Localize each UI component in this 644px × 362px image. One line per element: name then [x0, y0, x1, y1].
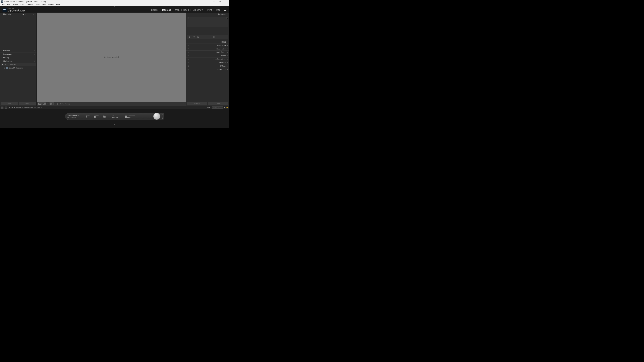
menu-edit[interactable]: Edit	[6, 3, 11, 6]
shadow-clipping-icon[interactable]: ▲	[188, 17, 189, 19]
panel-switch-icon[interactable]	[188, 65, 189, 67]
redeye-tool-icon[interactable]: ◉	[196, 35, 199, 38]
menu-tools[interactable]: Tools	[34, 3, 41, 6]
zoom-stepper-icon[interactable]: ÷	[34, 13, 35, 15]
tether-capture-bar[interactable]: Canon EOS 6D ÷ Studio Session Shutter 2"…	[65, 113, 164, 120]
panel-switch-icon[interactable]	[188, 45, 189, 46]
menu-view[interactable]: View	[41, 3, 47, 6]
panel-switch-icon[interactable]	[188, 48, 189, 49]
iso-value[interactable]: 100÷	[103, 116, 108, 118]
before-after-lr-button[interactable]	[42, 102, 46, 105]
menu-window[interactable]: Window	[47, 3, 55, 6]
mask-slider[interactable]	[214, 37, 227, 37]
histogram-header[interactable]: Histogram ▼	[186, 12, 229, 16]
module-map[interactable]: Map	[175, 8, 180, 11]
panel-switch-icon[interactable]	[188, 59, 189, 60]
develop-panel-basic[interactable]: Basic◀	[186, 40, 229, 44]
search-icon	[2, 64, 3, 65]
module-web[interactable]: Web	[216, 8, 220, 11]
tether-settings-icon[interactable]: ⚙	[162, 117, 163, 119]
tether-close-button[interactable]: ×	[162, 114, 163, 115]
tether-camera-name[interactable]: Canon EOS 6D ÷	[67, 114, 81, 117]
filter-collections-input[interactable]: Filter Collections	[1, 63, 36, 66]
crop-tool-icon[interactable]: ⊞	[188, 35, 191, 38]
svg-rect-3	[50, 103, 52, 104]
before-after-swap-button[interactable]	[50, 102, 54, 105]
tether-session-name: Studio Session	[67, 117, 81, 118]
canvas-toolbar: ▼ ▼ Soft Proofing ▼	[37, 102, 186, 106]
path-dropdown-icon[interactable]: ▼	[41, 107, 42, 108]
develop-settings-value[interactable]: None÷	[125, 116, 135, 118]
aperture-value[interactable]: 16÷	[94, 116, 99, 118]
highlight-clipping-icon[interactable]: ▲	[226, 17, 228, 19]
smart-collections-item[interactable]: ▶ Smart Collections	[0, 66, 36, 69]
chevron-left-icon: ◀	[227, 48, 228, 49]
filter-lock-icon[interactable]: 🔒	[226, 106, 228, 108]
menu-develop[interactable]: Develop	[11, 3, 19, 6]
filter-dropdown[interactable]: Filters Off	[212, 106, 223, 109]
menu-file[interactable]: File	[1, 3, 6, 6]
panel-switch-icon[interactable]	[188, 55, 189, 56]
window-minimize-button[interactable]: ─	[211, 0, 217, 3]
toolbar-expand-button[interactable]: ▼	[183, 103, 185, 105]
chevron-down-icon: ▼	[1, 50, 2, 51]
menu-help[interactable]: Help	[55, 3, 61, 6]
top-panel-toggle[interactable]: ▼	[0, 6, 229, 7]
add-preset-button[interactable]: +	[34, 49, 35, 52]
window-maximize-button[interactable]: ☐	[217, 0, 223, 3]
navigator-header[interactable]: ▼ Navigator FIT FILL 1:1 1:8 ÷	[0, 12, 36, 16]
develop-panel-calibration[interactable]: Calibration◀	[186, 68, 229, 71]
tether-shutter-button[interactable]	[153, 113, 160, 120]
menu-settings[interactable]: Settings	[26, 3, 34, 6]
develop-panel-lens-corrections[interactable]: Lens Corrections◀	[186, 57, 229, 61]
module-print[interactable]: Print	[207, 8, 212, 11]
panel-switch-icon[interactable]	[188, 52, 189, 53]
chevron-left-icon: ◀	[227, 65, 228, 67]
develop-panel-transform[interactable]: Transform◀	[186, 61, 229, 64]
spot-removal-icon[interactable]: ◯	[192, 35, 195, 38]
paste-button[interactable]: Paste	[19, 102, 36, 105]
develop-panel-effects[interactable]: Effects◀	[186, 64, 229, 68]
soft-proofing-checkbox[interactable]	[58, 103, 59, 105]
module-library[interactable]: Library	[151, 8, 158, 11]
snapshots-label: Snapshots	[3, 53, 12, 55]
develop-panel-tone-curve[interactable]: Tone Curve◀	[186, 44, 229, 47]
main-window-tab[interactable]: 1	[1, 106, 4, 109]
grid-view-icon[interactable]: ▦	[8, 106, 10, 109]
module-develop[interactable]: Develop	[162, 8, 171, 11]
adjustment-brush-icon[interactable]: ●	[209, 35, 212, 38]
panel-label: Basic	[222, 41, 226, 43]
add-snapshot-button[interactable]: +	[34, 53, 35, 55]
panel-label: Lens Corrections	[212, 58, 226, 60]
loupe-view-button[interactable]	[38, 102, 42, 105]
radial-filter-icon[interactable]: ○	[205, 35, 208, 38]
add-collection-button[interactable]: +	[34, 60, 35, 62]
collections-header[interactable]: ▼ Collections +	[0, 59, 36, 63]
second-window-tab[interactable]: 2	[5, 106, 7, 109]
menu-photo[interactable]: Photo	[19, 3, 26, 6]
reset-button[interactable]: Reset	[208, 102, 228, 105]
panel-switch-icon[interactable]	[188, 69, 189, 70]
navigator-zoom-controls[interactable]: FIT FILL 1:1 1:8 ÷	[22, 13, 36, 15]
nav-forward-icon[interactable]: ▶	[14, 107, 15, 108]
previous-button[interactable]: Previous	[187, 102, 207, 105]
filmstrip-path[interactable]: Folder : Studio Session	[16, 107, 32, 108]
image-canvas: No photo selected.	[37, 12, 186, 102]
module-book[interactable]: Book	[183, 8, 189, 11]
presets-header[interactable]: ▼ Presets +	[0, 49, 36, 52]
history-header[interactable]: ▼ History	[0, 56, 36, 59]
window-close-button[interactable]: ✕	[223, 0, 229, 3]
panel-switch-icon[interactable]	[188, 62, 189, 63]
graduated-filter-icon[interactable]: ▭	[200, 35, 204, 38]
wb-value[interactable]: Manual÷	[112, 116, 119, 118]
develop-panel-split-toning[interactable]: Split Toning◀	[186, 51, 229, 54]
shutter-value[interactable]: 2"÷	[86, 116, 90, 118]
cloud-sync-icon[interactable]: ☁	[224, 8, 226, 11]
copy-button[interactable]: Copy...	[1, 102, 18, 105]
snapshots-header[interactable]: ▼ Snapshots +	[0, 52, 36, 56]
bottom-panel-toggle[interactable]: ▼	[0, 124, 229, 125]
nav-back-icon[interactable]: ◀	[11, 107, 12, 108]
develop-panel-detail[interactable]: Detail◀	[186, 54, 229, 57]
develop-panel-hsl-color[interactable]: HSL / Color◀	[186, 47, 229, 51]
module-slideshow[interactable]: Slideshow	[192, 8, 203, 11]
